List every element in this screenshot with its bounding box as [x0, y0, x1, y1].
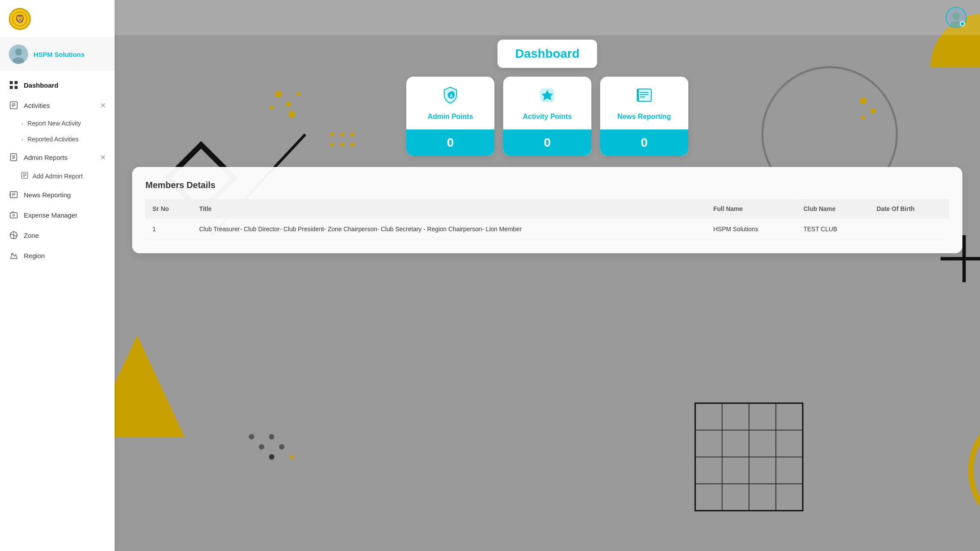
news-reporting-icon — [635, 85, 654, 108]
sidebar-item-add-admin-report[interactable]: Add Admin Report — [0, 167, 115, 185]
svg-rect-83 — [637, 89, 639, 101]
sidebar-item-label: Activities — [24, 102, 50, 109]
activity-points-icon — [538, 85, 557, 108]
cell-sr-no: 1 — [145, 218, 192, 240]
admin-points-top: A Admin Points — [406, 77, 494, 129]
online-indicator — [960, 21, 965, 26]
dashboard-icon — [9, 80, 19, 90]
sidebar-item-label: Expense Manager — [24, 211, 78, 219]
admin-points-icon: A — [441, 85, 460, 108]
sidebar-item-label: News Reporting — [24, 191, 71, 199]
sidebar-item-news-reporting[interactable]: News Reporting — [0, 185, 115, 205]
svg-rect-8 — [15, 86, 18, 89]
avatar — [9, 44, 28, 64]
content-area: Dashboard A Admin Poin — [115, 0, 980, 551]
sidebar: 🦁 HSPM Solutions Dashboard — [0, 0, 115, 551]
svg-point-3 — [15, 48, 22, 55]
activity-points-value: 0 — [503, 129, 591, 156]
admin-points-label: Admin Points — [427, 113, 473, 121]
stats-row: A Admin Points 0 — [128, 77, 967, 156]
members-title: Members Details — [145, 180, 949, 190]
admin-reports-icon — [9, 152, 19, 162]
sidebar-item-expense-manager[interactable]: Expense Manager — [0, 205, 115, 225]
svg-rect-7 — [10, 86, 13, 89]
top-bar — [115, 0, 980, 35]
news-reporting-label: News Reporting — [617, 113, 671, 121]
sidebar-user[interactable]: HSPM Solutions — [0, 38, 115, 70]
members-table: Sr No Title Full Name Club Name Date Of — [145, 199, 949, 240]
col-full-name: Full Name — [706, 199, 797, 218]
admin-reports-close-icon[interactable]: ✕ — [100, 153, 106, 162]
region-icon — [9, 251, 19, 260]
dashboard-title-card: Dashboard — [497, 40, 597, 68]
table-row: 1 Club Treasurer- Club Director- Club Pr… — [145, 218, 949, 240]
cell-title: Club Treasurer- Club Director- Club Pres… — [192, 218, 706, 240]
activities-icon — [9, 100, 19, 110]
zone-icon — [9, 230, 19, 240]
sidebar-item-reported-activities[interactable]: › Reported Activities — [0, 131, 115, 147]
sidebar-sub-label: Report New Activity — [27, 120, 81, 127]
sidebar-sub-label: Add Admin Report — [33, 173, 83, 180]
sidebar-item-activities[interactable]: Activities ✕ — [0, 95, 115, 115]
svg-rect-5 — [10, 81, 13, 84]
members-card: Members Details Sr No Title Full Name — [132, 167, 962, 253]
news-reporting-value: 0 — [600, 129, 688, 156]
add-report-icon — [21, 172, 28, 180]
activity-points-label: Activity Points — [523, 113, 572, 121]
col-club-name: Club Name — [796, 199, 869, 218]
news-reporting-card: News Reporting 0 — [600, 77, 688, 156]
expense-manager-icon — [9, 210, 19, 220]
dashboard-title: Dashboard — [515, 47, 579, 60]
svg-point-71 — [953, 12, 960, 20]
col-dob: Date Of Birth — [869, 199, 949, 218]
sidebar-item-admin-reports[interactable]: Admin Reports ✕ — [0, 147, 115, 167]
sidebar-item-dashboard[interactable]: Dashboard — [0, 75, 115, 95]
svg-rect-26 — [10, 213, 17, 218]
chevron-right-icon: › — [21, 136, 23, 143]
col-sr-no: Sr No — [145, 199, 192, 218]
sidebar-item-zone[interactable]: Zone — [0, 225, 115, 245]
activities-close-icon[interactable]: ✕ — [100, 101, 106, 110]
sidebar-item-report-new-activity[interactable]: › Report New Activity — [0, 115, 115, 131]
activity-points-card: Activity Points 0 — [503, 77, 591, 156]
svg-point-30 — [11, 254, 12, 255]
news-reporting-icon — [9, 190, 19, 200]
main-content: Dashboard A Admin Poin — [115, 0, 980, 551]
svg-text:🦁: 🦁 — [15, 14, 25, 24]
sidebar-item-region[interactable]: Region — [0, 245, 115, 266]
table-header-row: Sr No Title Full Name Club Name Date Of — [145, 199, 949, 218]
svg-rect-6 — [15, 81, 18, 84]
activity-points-top: Activity Points — [503, 77, 591, 129]
app-logo: 🦁 — [9, 8, 31, 30]
cell-club-name: TEST CLUB — [796, 218, 869, 240]
admin-points-value: 0 — [406, 129, 494, 156]
svg-text:A: A — [449, 93, 453, 98]
sidebar-nav: Dashboard Activities ✕ › Report New Acti… — [0, 70, 115, 551]
sidebar-item-label: Admin Reports — [24, 154, 67, 161]
cell-full-name: HSPM Solutions — [706, 218, 797, 240]
top-user-avatar[interactable] — [946, 7, 967, 28]
sidebar-item-label: Region — [24, 252, 45, 259]
sidebar-sub-label: Reported Activities — [27, 136, 78, 143]
chevron-right-icon: › — [21, 120, 23, 127]
admin-points-card: A Admin Points 0 — [406, 77, 494, 156]
col-title: Title — [192, 199, 706, 218]
svg-point-27 — [13, 214, 15, 216]
user-name: HSPM Solutions — [33, 51, 85, 58]
sidebar-item-label: Dashboard — [24, 81, 58, 89]
sidebar-item-label: Zone — [24, 232, 39, 239]
sidebar-logo-area: 🦁 — [0, 0, 115, 38]
news-reporting-top: News Reporting — [600, 77, 688, 129]
cell-dob — [869, 218, 949, 240]
